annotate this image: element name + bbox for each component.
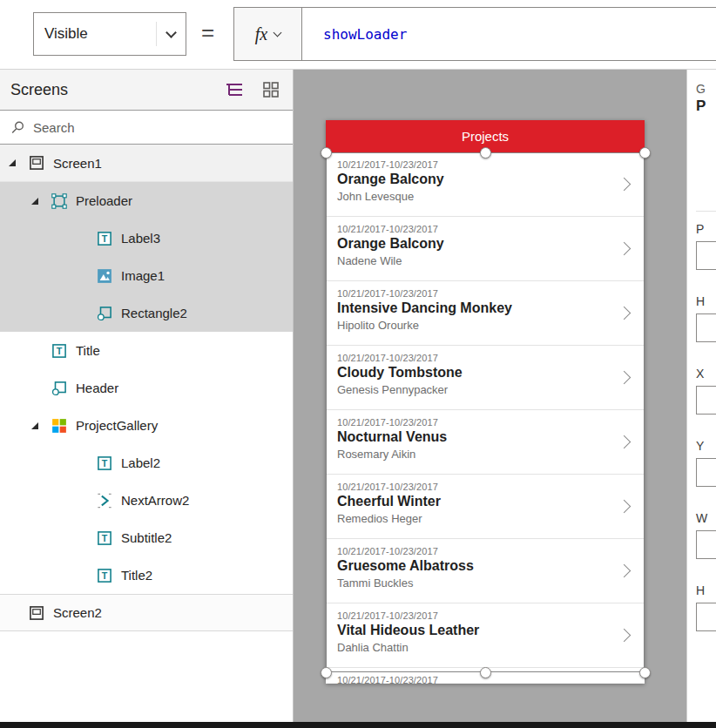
svg-text:T: T (101, 233, 107, 244)
property-field: Y (696, 439, 716, 487)
tree-row[interactable]: T Title2 (0, 556, 293, 594)
tree-row-label: Image1 (121, 268, 165, 283)
gallery-item-date: 10/21/2017-10/23/2017 (337, 417, 606, 428)
chevron-right-icon[interactable] (618, 564, 632, 578)
tree-row-label: Rectangle2 (121, 306, 187, 320)
property-field-input[interactable] (696, 241, 716, 270)
gallery-icon (51, 417, 67, 434)
tree-row[interactable]: T Label2 (0, 444, 293, 482)
gallery-item-subtitle: John Levesque (337, 190, 606, 203)
selection-handle[interactable] (480, 667, 491, 678)
property-field-input[interactable] (696, 313, 716, 342)
gallery-item[interactable]: 10/21/2017-10/23/2017 Nocturnal Venus Ro… (326, 410, 645, 475)
chevron-down-icon (165, 27, 177, 38)
property-field-input[interactable] (696, 386, 716, 415)
tree-row[interactable]: Screen2 (0, 594, 293, 631)
expand-triangle-icon[interactable] (9, 159, 28, 166)
search-input[interactable] (33, 120, 282, 135)
screens-panel: Screens Screen1 Preloader (0, 70, 294, 722)
selection-handle[interactable] (321, 147, 332, 158)
label-icon: T (96, 567, 112, 583)
chevron-right-icon[interactable] (618, 371, 632, 385)
gallery-item-title: Cloudy Tombstone (337, 365, 606, 381)
tree-row[interactable]: Header (0, 369, 293, 407)
property-field-input[interactable] (696, 458, 716, 487)
property-field: H (696, 294, 716, 342)
tree-row-label: Title2 (121, 568, 152, 583)
gallery-item-date: 10/21/2017-10/23/2017 (337, 546, 606, 556)
chevron-right-icon[interactable] (618, 629, 632, 643)
project-gallery[interactable]: 10/21/2017-10/23/2017 Orange Balcony Joh… (326, 152, 645, 684)
tree-row[interactable]: Screen1 (0, 145, 293, 182)
tree-row-label: Subtitle2 (121, 530, 172, 545)
tree-row[interactable]: ProjectGallery (0, 407, 293, 444)
gallery-item-date: 10/21/2017-10/23/2017 (337, 224, 606, 234)
grid-view-icon[interactable] (260, 79, 282, 100)
group-icon (51, 192, 67, 209)
chevron-right-icon[interactable] (618, 307, 632, 320)
property-field-label: X (696, 367, 716, 381)
tree-row-label: Header (76, 381, 118, 395)
property-field-label: W (696, 511, 716, 525)
chevron-right-icon[interactable] (618, 435, 632, 449)
design-canvas[interactable]: Projects 10/21/2017-10/23/2017 Orange Ba… (294, 70, 686, 722)
gallery-item-title: Orange Balcony (337, 172, 606, 187)
tree-row-label: Preloader (76, 193, 132, 208)
gallery-item-subtitle: Nadene Wile (337, 254, 606, 267)
tree-row[interactable]: Preloader (0, 182, 293, 219)
tree-row[interactable]: Rectangle2 (0, 294, 293, 332)
property-field-input[interactable] (696, 603, 716, 631)
shape-icon (96, 305, 112, 321)
gallery-item[interactable]: 10/21/2017-10/23/2017 Orange Balcony Nad… (326, 217, 645, 281)
expand-triangle-icon[interactable] (31, 198, 51, 205)
label-icon: T (96, 230, 112, 246)
svg-text:T: T (101, 458, 107, 468)
selection-handle[interactable] (639, 147, 651, 158)
gallery-item-date: 10/21/2017-10/23/2017 (337, 353, 606, 363)
tree-row-label: Title (76, 343, 100, 358)
tree-row[interactable]: T Title (0, 332, 293, 369)
property-dropdown[interactable]: Visible (33, 12, 186, 56)
chevron-right-icon[interactable] (618, 500, 632, 514)
selection-handle[interactable] (639, 667, 651, 678)
tree-row[interactable]: Image1 (0, 257, 293, 294)
app-screen-preview: Projects 10/21/2017-10/23/2017 Orange Ba… (326, 120, 645, 684)
tree-view-icon[interactable] (223, 79, 246, 100)
gallery-item[interactable]: 10/21/2017-10/23/2017 Cheerful Winter Re… (326, 475, 645, 539)
chevron-right-icon[interactable] (618, 178, 632, 192)
app-header-title: Projects (462, 129, 509, 144)
tree-row[interactable]: T Subtitle2 (0, 519, 293, 556)
gallery-item[interactable]: 10/21/2017-10/23/2017 Vital Hideous Leat… (326, 603, 645, 668)
arrow-icon (96, 492, 112, 509)
gallery-item[interactable]: 10/21/2017-10/23/2017 Intensive Dancing … (326, 281, 645, 346)
tree-row-label: Label2 (121, 455, 160, 470)
properties-panel-breadcrumb: G (696, 82, 706, 96)
selection-handle[interactable] (321, 667, 332, 678)
dropdown-separator (156, 22, 157, 46)
fx-dropdown[interactable]: fx (234, 8, 302, 60)
formula-input[interactable]: showLoader (302, 8, 716, 60)
chevron-down-icon (274, 28, 282, 37)
tree-row-label: NextArrow2 (121, 493, 189, 508)
gallery-item[interactable]: 10/21/2017-10/23/2017 Orange Balcony Joh… (326, 152, 645, 217)
expand-triangle-icon[interactable] (31, 422, 51, 429)
gallery-item-subtitle: Dahlia Chattin (337, 641, 606, 654)
gallery-item-title: Vital Hideous Leather (337, 623, 606, 638)
gallery-item-title: Orange Balcony (337, 236, 606, 252)
tree-row[interactable]: NextArrow2 (0, 482, 293, 519)
gallery-item-subtitle: Hipolito Orourke (337, 319, 606, 332)
formula-input-group: fx showLoader (233, 7, 716, 61)
gallery-item-subtitle: Tammi Buckles (337, 576, 606, 590)
properties-panel: G P P H X Y W H (686, 70, 716, 722)
chevron-right-icon[interactable] (618, 242, 632, 256)
property-field: H (696, 583, 716, 631)
tree-row[interactable]: T Label3 (0, 219, 293, 257)
selection-handle[interactable] (480, 147, 491, 158)
gallery-item[interactable]: 10/21/2017-10/23/2017 Cloudy Tombstone G… (326, 346, 645, 410)
gallery-item[interactable]: 10/21/2017-10/23/2017 Gruesome Albatross… (326, 539, 645, 603)
property-field-input[interactable] (696, 530, 716, 559)
fx-label: fx (255, 24, 267, 44)
gallery-item-title: Intensive Dancing Monkey (337, 300, 606, 316)
svg-text:T: T (56, 346, 62, 356)
screen-icon (28, 604, 44, 621)
